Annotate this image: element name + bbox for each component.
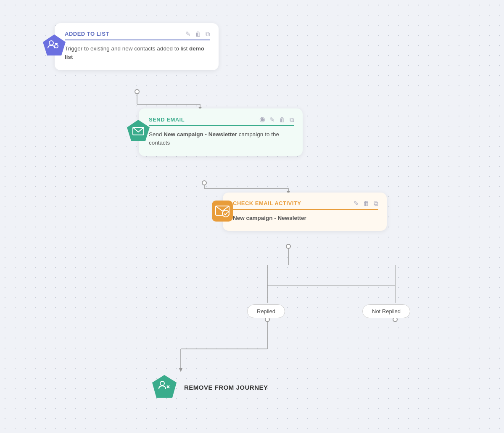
copy-icon-3[interactable]: ⧉ xyxy=(374,200,378,206)
svg-marker-26 xyxy=(127,120,150,141)
svg-point-17 xyxy=(202,181,206,185)
svg-marker-15 xyxy=(179,368,182,372)
copy-icon-2[interactable]: ⧉ xyxy=(290,116,294,123)
added-to-list-body: Trigger to existing and new contacts add… xyxy=(65,45,210,62)
replied-label: Replied xyxy=(257,308,275,314)
send-email-body: Send New campaign - Newsletter campaign … xyxy=(149,130,294,148)
svg-marker-21 xyxy=(43,34,66,55)
edit-icon[interactable]: ✎ xyxy=(185,31,191,37)
send-email-icon xyxy=(126,119,150,143)
remove-journey-node: REMOVE FROM JOURNEY xyxy=(151,374,268,400)
edit-icon-3[interactable]: ✎ xyxy=(354,200,359,206)
not-replied-label: Not Replied xyxy=(372,308,401,314)
remove-journey-icon xyxy=(151,374,177,400)
edit-icon-2[interactable]: ✎ xyxy=(269,116,275,123)
remove-journey-label: REMOVE FROM JOURNEY xyxy=(184,384,268,391)
svg-point-18 xyxy=(286,244,290,248)
check-email-card: CHECK EMAIL ACTIVITY ✎ 🗑 ⧉ New campaign … xyxy=(223,193,387,231)
eye-icon[interactable]: ◉ xyxy=(259,116,265,123)
delete-icon-2[interactable]: 🗑 xyxy=(279,116,285,123)
replied-pill[interactable]: Replied xyxy=(247,304,285,318)
delete-icon[interactable]: 🗑 xyxy=(195,31,201,37)
send-email-card: SEND EMAIL ◉ ✎ 🗑 ⧉ Send New campaign - N… xyxy=(139,108,303,156)
check-email-title: CHECK EMAIL ACTIVITY xyxy=(233,200,301,206)
send-email-title: SEND EMAIL xyxy=(149,116,185,123)
not-replied-pill[interactable]: Not Replied xyxy=(362,304,410,318)
delete-icon-3[interactable]: 🗑 xyxy=(363,200,369,206)
added-to-list-icon xyxy=(42,34,66,58)
check-email-body: New campaign - Newsletter xyxy=(233,214,378,222)
copy-icon[interactable]: ⧉ xyxy=(206,31,210,37)
svg-point-16 xyxy=(135,90,139,94)
added-to-list-title: ADDED TO LIST xyxy=(65,31,109,37)
svg-point-30 xyxy=(222,210,229,217)
added-to-list-card: ADDED TO LIST ✎ 🗑 ⧉ Trigger to existing … xyxy=(55,23,219,70)
check-email-icon xyxy=(210,199,235,223)
